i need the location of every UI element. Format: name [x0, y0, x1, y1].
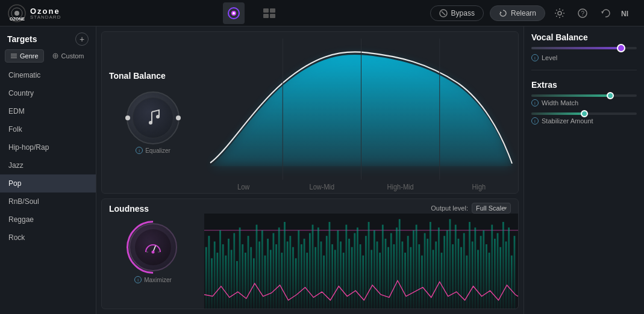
vocal-balance-section: Vocal Balance i Level — [531, 32, 637, 70]
svg-rect-114 — [416, 225, 417, 309]
extras-title: Extras — [531, 80, 637, 90]
stabilizer-track[interactable] — [531, 112, 637, 115]
maximizer-knob[interactable] — [129, 223, 177, 271]
knob-right-handle[interactable] — [176, 115, 181, 120]
svg-rect-106 — [393, 244, 395, 309]
svg-rect-70 — [292, 247, 294, 309]
vocal-level-track[interactable] — [531, 47, 637, 49]
equalizer-label: i Equalizer — [136, 147, 170, 154]
svg-rect-61 — [267, 239, 269, 309]
svg-rect-10 — [270, 14, 275, 18]
knob-left-handle[interactable] — [125, 115, 130, 120]
top-center-nav — [73, 2, 430, 24]
svg-rect-60 — [264, 256, 266, 309]
tab-custom[interactable]: Custom — [46, 49, 90, 63]
svg-rect-67 — [284, 222, 286, 309]
width-match-track[interactable] — [531, 94, 637, 97]
svg-rect-109 — [401, 241, 403, 309]
svg-line-12 — [442, 11, 445, 15]
extras-section: Extras i Width Match i — [531, 80, 637, 131]
bypass-icon — [439, 9, 448, 17]
maximizer-info-icon[interactable]: i — [134, 276, 142, 283]
output-level-control: Output level: Full Scale LUFS dBFS — [431, 203, 511, 214]
add-target-button[interactable]: + — [75, 32, 89, 46]
svg-rect-118 — [427, 239, 428, 309]
list-item-hiphop[interactable]: Hip-hop/Rap — [0, 138, 96, 156]
bypass-button[interactable]: Bypass — [430, 5, 484, 21]
svg-marker-13 — [500, 11, 502, 14]
list-item-edm[interactable]: EDM — [0, 102, 96, 120]
output-level-select[interactable]: Full Scale LUFS dBFS — [472, 203, 511, 214]
nav-icon-1[interactable] — [223, 2, 245, 24]
width-match-thumb[interactable] — [607, 92, 614, 99]
content-area: Tonal Balance — [96, 26, 524, 314]
svg-rect-123 — [441, 253, 443, 309]
logo: OZONE Ozone STANDARD — [7, 4, 61, 23]
stabilizer-info-icon[interactable]: i — [531, 117, 539, 125]
equalizer-knob[interactable] — [127, 91, 180, 144]
svg-rect-93 — [357, 227, 358, 309]
svg-rect-73 — [301, 244, 302, 309]
svg-rect-44 — [219, 230, 221, 309]
svg-rect-40 — [208, 236, 210, 309]
undo-icon[interactable] — [597, 5, 614, 22]
loudness-panel-left: Loudness — [102, 199, 204, 309]
list-item-cinematic[interactable]: Cinematic — [0, 66, 96, 84]
width-match-info-icon[interactable]: i — [531, 99, 539, 106]
vocal-level-thumb[interactable] — [617, 44, 625, 52]
svg-point-6 — [233, 12, 235, 14]
custom-icon — [52, 52, 59, 60]
svg-rect-95 — [362, 256, 364, 309]
svg-rect-76 — [309, 233, 311, 309]
svg-rect-111 — [407, 236, 409, 309]
sidebar-tabs: Genre Custom — [0, 49, 96, 66]
svg-rect-86 — [337, 230, 339, 309]
equalizer-info-icon[interactable]: i — [136, 147, 143, 154]
svg-marker-17 — [601, 11, 604, 14]
nav-icon-2[interactable] — [259, 2, 281, 24]
svg-rect-69 — [289, 236, 291, 309]
relearn-button[interactable]: Relearn — [490, 5, 545, 21]
svg-rect-91 — [351, 247, 353, 309]
width-match-label: Width Match — [542, 99, 578, 106]
svg-rect-49 — [233, 233, 235, 309]
svg-rect-54 — [248, 236, 249, 309]
help-icon[interactable]: ? — [574, 5, 591, 22]
list-item-country[interactable]: Country — [0, 84, 96, 102]
svg-rect-99 — [374, 230, 375, 309]
svg-rect-7 — [263, 8, 269, 13]
svg-rect-131 — [463, 233, 465, 309]
svg-rect-65 — [278, 227, 280, 309]
vocal-level-info-icon[interactable]: i — [531, 54, 539, 61]
svg-rect-100 — [377, 241, 378, 309]
tonal-chart-area: Low Low-Mid High-Mid High — [204, 32, 518, 193]
list-item-rnbsoul[interactable]: RnB/Soul — [0, 192, 96, 211]
svg-rect-41 — [211, 258, 213, 309]
list-item-jazz[interactable]: Jazz — [0, 156, 96, 174]
svg-rect-52 — [242, 244, 243, 309]
list-item-rock[interactable]: Rock — [0, 229, 96, 247]
svg-rect-127 — [452, 244, 454, 309]
svg-rect-129 — [458, 239, 460, 309]
settings-icon[interactable] — [551, 5, 568, 22]
svg-text:NI: NI — [621, 10, 628, 18]
svg-rect-103 — [385, 239, 387, 309]
equalizer-knob-container: i Equalizer — [127, 91, 180, 154]
top-right-controls: Bypass Relearn ? — [430, 5, 637, 22]
list-item-folk[interactable]: Folk — [0, 120, 96, 138]
svg-rect-146 — [505, 241, 507, 309]
svg-rect-141 — [491, 225, 493, 309]
svg-text:High-Mid: High-Mid — [387, 183, 414, 191]
tab-genre[interactable]: Genre — [5, 49, 44, 63]
maximizer-label: i Maximizer — [134, 276, 172, 283]
svg-rect-137 — [480, 236, 482, 309]
tonal-panel-left: Tonal Balance — [102, 32, 204, 193]
svg-rect-138 — [483, 230, 484, 309]
list-item-pop[interactable]: Pop — [0, 174, 96, 192]
svg-rect-92 — [354, 233, 355, 309]
list-item-reggae[interactable]: Reggae — [0, 211, 96, 229]
maximizer-knob-container: i Maximizer — [129, 223, 177, 283]
svg-rect-143 — [497, 233, 499, 309]
stabilizer-thumb[interactable] — [581, 110, 588, 117]
svg-rect-75 — [306, 253, 308, 309]
